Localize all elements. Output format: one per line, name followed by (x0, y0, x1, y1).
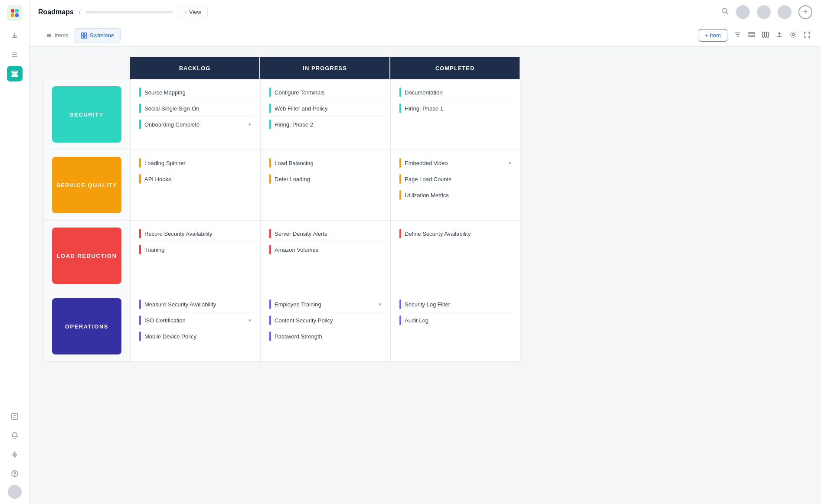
sidebar (0, 0, 29, 504)
sidebar-item-bolt[interactable] (7, 447, 23, 462)
task-item[interactable]: Defer Loading (266, 171, 385, 187)
task-item[interactable]: Record Security Availability (136, 226, 255, 242)
svg-rect-9 (12, 75, 18, 77)
cell-loadreduction-backlog: Record Security Availability Training (130, 221, 260, 291)
svg-rect-27 (765, 32, 766, 37)
col-header-inprogress: IN PROGRESS (260, 57, 390, 79)
task-item[interactable]: Audit Log (396, 312, 515, 328)
task-item[interactable]: Security Log Filter (396, 296, 515, 312)
task-item[interactable]: API Hooks (136, 171, 255, 187)
swimlane-label-service-quality: SERVICE QUALITY (43, 150, 130, 221)
svg-rect-28 (767, 32, 769, 37)
svg-rect-3 (15, 13, 19, 17)
task-dot (399, 315, 401, 325)
task-dot (399, 88, 401, 97)
tab-swimlane[interactable]: Swimlane (75, 28, 121, 42)
sidebar-item-bell[interactable] (7, 428, 23, 443)
task-item[interactable]: Server Density Alerts (266, 226, 385, 242)
task-item[interactable]: Mobile Device Policy (136, 328, 255, 344)
task-item[interactable]: Training (136, 242, 255, 257)
sidebar-item-download[interactable] (7, 28, 23, 43)
fullscreen-icon[interactable] (804, 31, 811, 40)
group-icon[interactable] (748, 31, 755, 40)
task-item[interactable]: Hiring: Phase 1 (396, 101, 515, 116)
svg-rect-26 (762, 32, 764, 37)
task-dot (269, 104, 271, 113)
col-header-empty (43, 57, 130, 79)
chevron-down-icon: ▾ (249, 318, 251, 323)
breadcrumb-bar (86, 11, 173, 13)
app-logo[interactable] (7, 5, 23, 21)
chevron-down-icon: ▾ (249, 122, 251, 127)
task-item[interactable]: Hiring: Phase 2 (266, 117, 385, 132)
task-item[interactable]: Employee Training ▾ (266, 296, 385, 312)
task-item[interactable]: Amazon Volumes (266, 242, 385, 257)
cell-operations-inprogress: Employee Training ▾ Content Security Pol… (260, 291, 390, 362)
export-icon[interactable] (776, 31, 783, 40)
swimlane-label-security: SECURITY (43, 79, 130, 150)
task-item[interactable]: Embedded Video ▾ (396, 155, 515, 171)
svg-point-14 (14, 476, 15, 476)
task-item[interactable]: Load Balancing (266, 155, 385, 171)
view-button[interactable]: + View (178, 6, 208, 18)
task-item[interactable]: Measure Security Availability (136, 296, 255, 312)
sidebar-item-help[interactable] (7, 466, 23, 481)
task-dot (269, 229, 271, 238)
columns-icon[interactable] (762, 31, 769, 40)
swimlane-box-service-quality: SERVICE QUALITY (52, 157, 121, 213)
task-dot (139, 245, 141, 254)
svg-rect-24 (749, 33, 755, 34)
task-item[interactable]: Configure Terminals (266, 85, 385, 101)
svg-rect-20 (82, 33, 84, 35)
task-item[interactable]: Loading Spinner (136, 155, 255, 171)
toolbar-actions (734, 31, 811, 40)
task-dot (139, 315, 141, 325)
task-dot (139, 332, 141, 341)
task-item[interactable]: Social Single Sign-On (136, 101, 255, 117)
col-header-backlog: BACKLOG (130, 57, 260, 79)
task-item[interactable]: Page Load Counts (396, 171, 515, 187)
sidebar-item-list[interactable] (7, 47, 23, 62)
avatar-3[interactable] (778, 5, 792, 19)
tab-items[interactable]: Items (40, 29, 75, 42)
avatar-1[interactable] (736, 5, 750, 19)
search-icon[interactable] (721, 7, 729, 17)
task-item[interactable]: Onboarding Complete ▾ (136, 117, 255, 132)
task-item[interactable]: Source Mapping (136, 85, 255, 101)
swimlane-box-load-reduction: LOAD REDUCTION (52, 228, 121, 284)
svg-point-15 (723, 8, 727, 13)
svg-rect-7 (12, 71, 18, 72)
task-item[interactable]: Content Security Policy (266, 312, 385, 328)
task-item[interactable]: ISO Certification ▾ (136, 312, 255, 328)
task-item[interactable]: Utilization Metrics (396, 187, 515, 203)
sidebar-item-contacts[interactable] (7, 409, 23, 424)
task-item[interactable]: Password Strength (266, 328, 385, 344)
chevron-down-icon: ▾ (379, 302, 381, 307)
task-dot (399, 299, 401, 309)
avatar-2[interactable] (757, 5, 771, 19)
task-dot (139, 120, 141, 129)
sidebar-item-roadmap[interactable] (7, 66, 23, 81)
svg-point-29 (792, 33, 795, 36)
filter-icon[interactable] (734, 31, 741, 40)
task-dot (399, 104, 401, 113)
task-item[interactable]: Web Filter and Policy (266, 101, 385, 117)
board: BACKLOG IN PROGRESS COMPLETED SECURITY S… (29, 47, 821, 504)
task-dot (269, 299, 271, 309)
task-item[interactable]: Define Security Availability (396, 226, 515, 241)
swimlane-box-operations: OPERATIONS (52, 298, 121, 354)
task-dot (399, 229, 401, 238)
task-item[interactable]: Documentation (396, 85, 515, 101)
task-dot (269, 88, 271, 97)
add-item-button[interactable]: + Item (699, 29, 728, 42)
settings-icon[interactable] (790, 31, 797, 40)
user-avatar[interactable] (8, 485, 22, 499)
task-dot (139, 158, 141, 168)
svg-rect-10 (12, 413, 18, 419)
cell-security-completed: Documentation Hiring: Phase 1 (390, 79, 520, 150)
cell-loadreduction-inprogress: Server Density Alerts Amazon Volumes (260, 221, 390, 291)
task-dot (269, 158, 271, 168)
task-dot (139, 88, 141, 97)
add-member-button[interactable]: + (798, 5, 812, 19)
svg-rect-21 (85, 33, 87, 35)
